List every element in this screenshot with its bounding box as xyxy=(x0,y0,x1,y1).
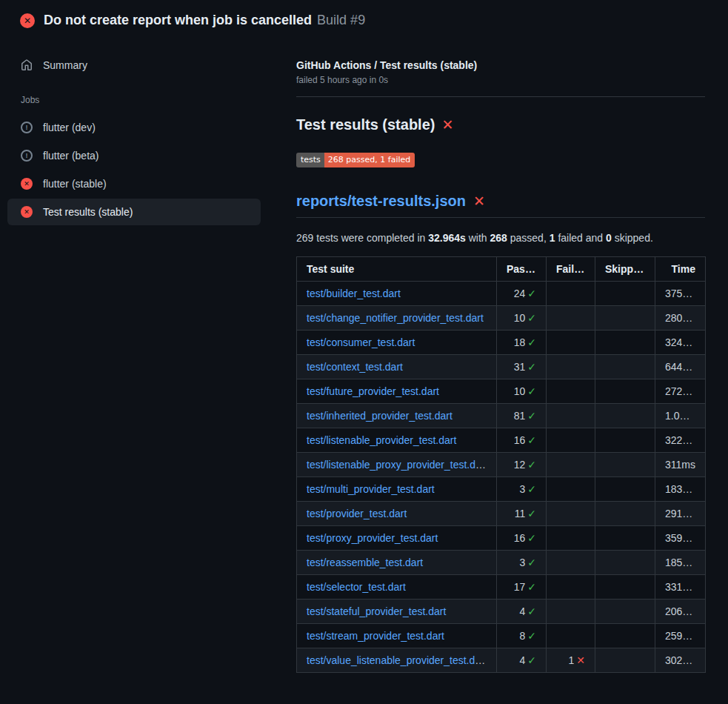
header-divider xyxy=(296,96,705,97)
check-icon: ✓ xyxy=(527,459,536,471)
table-row: test/builder_test.dart24✓375ms xyxy=(297,282,706,306)
table-row: test/listenable_provider_test.dart16✓322… xyxy=(297,428,706,453)
table-row: test/selector_test.dart17✓331ms xyxy=(297,575,706,600)
count-cell xyxy=(547,404,595,428)
time-cell: 331ms xyxy=(655,575,706,600)
test-suite-link[interactable]: test/future_provider_test.dart xyxy=(307,385,439,397)
count-value: 24 xyxy=(514,288,526,299)
count-value: 8 xyxy=(519,630,525,642)
tests-summary-line: 269 tests were completed in 32.964s with… xyxy=(296,232,705,244)
time-cell: 375ms xyxy=(655,282,706,306)
x-circle-icon: ✕ xyxy=(20,13,35,28)
test-suite-link[interactable]: test/inherited_provider_test.dart xyxy=(307,410,453,422)
sidebar: Summary Jobs ! flutter (dev) ! flutter (… xyxy=(0,39,278,227)
test-suite-link[interactable]: test/consumer_test.dart xyxy=(307,336,415,348)
test-suite-link[interactable]: test/change_notifier_provider_test.dart xyxy=(307,312,484,324)
test-suite-link[interactable]: test/listenable_proxy_provider_test.dart xyxy=(307,459,487,471)
page-header: ✕ Do not create report when job is cance… xyxy=(0,0,728,39)
count-cell xyxy=(547,331,595,355)
check-icon: ✓ xyxy=(527,288,536,299)
results-table-body: test/builder_test.dart24✓375mstest/chang… xyxy=(297,282,706,673)
count-cell xyxy=(547,428,595,453)
test-suite-link[interactable]: test/multi_provider_test.dart xyxy=(307,483,435,495)
sidebar-item-summary[interactable]: Summary xyxy=(7,52,261,79)
count-value: 10 xyxy=(514,385,526,397)
test-suite-link[interactable]: test/context_test.dart xyxy=(307,361,403,373)
col-header-test-suite: Test suite xyxy=(297,257,497,282)
test-suite-link[interactable]: test/listenable_provider_test.dart xyxy=(307,434,456,446)
test-suite-link[interactable]: test/value_listenable_provider_test.dart xyxy=(307,654,487,666)
count-value: 1 xyxy=(568,654,574,666)
table-row: test/multi_provider_test.dart3✓183ms xyxy=(297,477,706,502)
time-cell: 272ms xyxy=(655,379,706,404)
sidebar-item-flutter-stable[interactable]: ✕ flutter (stable) xyxy=(7,170,261,197)
col-header-time: Time xyxy=(655,257,706,282)
time-cell: 324ms xyxy=(655,331,706,355)
col-header-failed: Failed xyxy=(547,257,595,282)
count-cell xyxy=(547,502,595,526)
count-cell: 31✓ xyxy=(497,355,547,379)
check-icon: ✓ xyxy=(527,312,536,324)
summary-text: with xyxy=(466,232,490,244)
count-cell: 10✓ xyxy=(497,379,547,404)
x-circle-icon: ✕ xyxy=(21,178,33,190)
table-row: test/provider_test.dart11✓291ms xyxy=(297,502,706,526)
count-value: 31 xyxy=(514,361,526,373)
count-cell: 10✓ xyxy=(497,306,547,331)
time-cell: 280ms xyxy=(655,306,706,331)
table-row: test/stateful_provider_test.dart4✓206ms xyxy=(297,600,706,624)
count-cell xyxy=(547,379,595,404)
test-suite-link[interactable]: test/provider_test.dart xyxy=(307,508,407,519)
time-cell: 359ms xyxy=(655,526,706,551)
count-cell xyxy=(547,624,595,648)
check-icon: ✓ xyxy=(527,483,536,495)
count-cell xyxy=(595,379,655,404)
test-suite-link[interactable]: test/selector_test.dart xyxy=(307,581,406,593)
count-cell xyxy=(595,600,655,624)
sidebar-item-flutter-beta[interactable]: ! flutter (beta) xyxy=(7,142,261,169)
col-header-skipped: Skipped xyxy=(595,257,655,282)
count-cell xyxy=(547,306,595,331)
sidebar-item-test-results-stable[interactable]: ✕ Test results (stable) xyxy=(7,199,261,225)
check-icon: ✓ xyxy=(527,361,536,373)
build-number: Build #9 xyxy=(317,13,365,28)
count-cell xyxy=(595,648,655,673)
time-cell: 291ms xyxy=(655,502,706,526)
summary-duration: 32.964s xyxy=(428,232,466,244)
summary-skipped-count: 0 xyxy=(606,232,612,244)
suite-cell: test/proxy_provider_test.dart xyxy=(297,526,497,551)
check-icon: ✓ xyxy=(527,532,536,544)
sidebar-item-flutter-dev[interactable]: ! flutter (dev) xyxy=(7,114,261,141)
count-value: 17 xyxy=(514,581,526,593)
check-icon: ✓ xyxy=(527,605,536,617)
cross-icon: ✕ xyxy=(576,654,585,666)
count-cell xyxy=(595,526,655,551)
count-cell xyxy=(595,355,655,379)
test-suite-link[interactable]: test/proxy_provider_test.dart xyxy=(307,532,438,544)
check-run-title-text: Test results (stable) xyxy=(296,116,435,133)
check-icon: ✓ xyxy=(527,630,536,642)
count-cell xyxy=(547,526,595,551)
suite-cell: test/builder_test.dart xyxy=(297,282,497,306)
test-suite-link[interactable]: test/stateful_provider_test.dart xyxy=(307,605,446,617)
count-value: 3 xyxy=(519,483,525,495)
count-cell xyxy=(595,477,655,502)
suite-cell: test/selector_test.dart xyxy=(297,575,497,600)
suite-cell: test/reassemble_test.dart xyxy=(297,551,497,575)
count-value: 3 xyxy=(519,557,525,568)
table-row: test/future_provider_test.dart10✓272ms xyxy=(297,379,706,404)
count-cell: 3✓ xyxy=(497,477,547,502)
sidebar-item-label: Summary xyxy=(43,59,87,71)
table-row: test/change_notifier_provider_test.dart1… xyxy=(297,306,706,331)
sidebar-item-label: flutter (stable) xyxy=(43,178,107,190)
report-file-link[interactable]: reports/test-results.json xyxy=(296,193,466,210)
count-value: 16 xyxy=(514,532,526,544)
summary-text: 269 tests were completed in xyxy=(296,232,428,244)
count-cell: 17✓ xyxy=(497,575,547,600)
failed-x-icon: ✕ xyxy=(473,193,485,210)
suite-cell: test/listenable_proxy_provider_test.dart xyxy=(297,453,497,477)
test-suite-link[interactable]: test/stream_provider_test.dart xyxy=(307,630,444,642)
table-row: test/consumer_test.dart18✓324ms xyxy=(297,331,706,355)
test-suite-link[interactable]: test/reassemble_test.dart xyxy=(307,557,423,568)
test-suite-link[interactable]: test/builder_test.dart xyxy=(307,288,401,299)
